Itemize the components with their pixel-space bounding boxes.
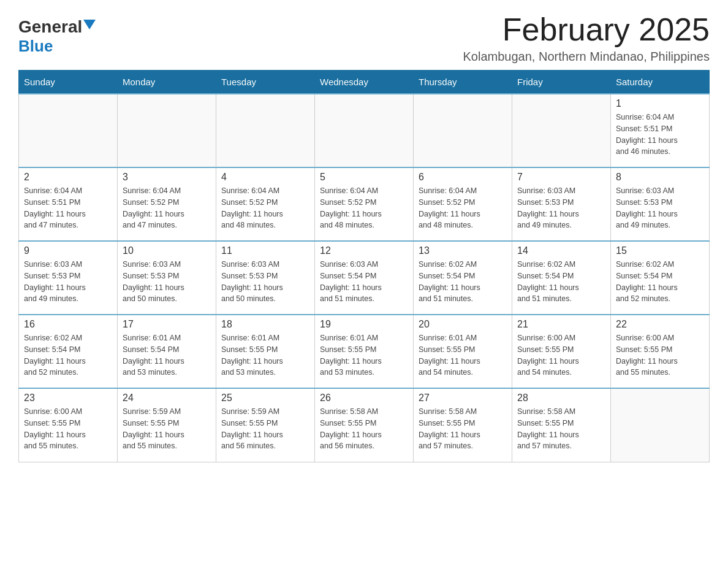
day-info: Sunrise: 6:02 AM Sunset: 5:54 PM Dayligh…	[419, 259, 507, 305]
calendar-cell	[512, 94, 611, 167]
day-number: 11	[221, 245, 309, 256]
day-number: 8	[616, 172, 704, 183]
calendar-cell: 6Sunrise: 6:04 AM Sunset: 5:52 PM Daylig…	[414, 167, 512, 241]
calendar-cell	[315, 94, 414, 167]
day-info: Sunrise: 5:59 AM Sunset: 5:55 PM Dayligh…	[123, 406, 211, 452]
day-number: 10	[123, 245, 211, 256]
day-number: 24	[123, 393, 211, 404]
day-number: 22	[616, 319, 704, 330]
calendar-cell: 1Sunrise: 6:04 AM Sunset: 5:51 PM Daylig…	[611, 94, 710, 167]
calendar-cell: 19Sunrise: 6:01 AM Sunset: 5:55 PM Dayli…	[315, 315, 414, 388]
day-info: Sunrise: 5:58 AM Sunset: 5:55 PM Dayligh…	[517, 406, 605, 452]
calendar-cell	[414, 94, 512, 167]
calendar-cell: 12Sunrise: 6:03 AM Sunset: 5:54 PM Dayli…	[315, 241, 414, 315]
month-title: February 2025	[463, 12, 710, 47]
day-number: 27	[419, 393, 507, 404]
calendar-cell: 18Sunrise: 6:01 AM Sunset: 5:55 PM Dayli…	[216, 315, 315, 388]
day-info: Sunrise: 6:02 AM Sunset: 5:54 PM Dayligh…	[517, 259, 605, 305]
calendar-header-tuesday: Tuesday	[216, 71, 315, 94]
day-number: 7	[517, 172, 605, 183]
calendar-header-thursday: Thursday	[414, 71, 512, 94]
day-info: Sunrise: 6:03 AM Sunset: 5:54 PM Dayligh…	[320, 259, 408, 305]
day-info: Sunrise: 6:01 AM Sunset: 5:54 PM Dayligh…	[123, 332, 211, 378]
day-number: 25	[221, 393, 309, 404]
logo-triangle-icon	[83, 20, 96, 29]
calendar-cell: 4Sunrise: 6:04 AM Sunset: 5:52 PM Daylig…	[216, 167, 315, 241]
day-info: Sunrise: 5:58 AM Sunset: 5:55 PM Dayligh…	[419, 406, 507, 452]
day-number: 2	[24, 172, 112, 183]
calendar-header-saturday: Saturday	[611, 71, 710, 94]
calendar-cell: 21Sunrise: 6:00 AM Sunset: 5:55 PM Dayli…	[512, 315, 611, 388]
calendar-header-sunday: Sunday	[19, 71, 118, 94]
day-info: Sunrise: 6:01 AM Sunset: 5:55 PM Dayligh…	[419, 332, 507, 378]
day-info: Sunrise: 6:04 AM Sunset: 5:52 PM Dayligh…	[320, 185, 408, 231]
calendar-cell: 28Sunrise: 5:58 AM Sunset: 5:55 PM Dayli…	[512, 388, 611, 462]
day-info: Sunrise: 6:00 AM Sunset: 5:55 PM Dayligh…	[616, 332, 704, 378]
logo: General Blue	[18, 12, 96, 56]
day-info: Sunrise: 5:58 AM Sunset: 5:55 PM Dayligh…	[320, 406, 408, 452]
day-info: Sunrise: 6:04 AM Sunset: 5:52 PM Dayligh…	[221, 185, 309, 231]
day-info: Sunrise: 6:03 AM Sunset: 5:53 PM Dayligh…	[123, 259, 211, 305]
calendar-cell	[118, 94, 216, 167]
day-info: Sunrise: 6:04 AM Sunset: 5:52 PM Dayligh…	[123, 185, 211, 231]
calendar-cell: 22Sunrise: 6:00 AM Sunset: 5:55 PM Dayli…	[611, 315, 710, 388]
day-number: 16	[24, 319, 112, 330]
calendar-cell: 10Sunrise: 6:03 AM Sunset: 5:53 PM Dayli…	[118, 241, 216, 315]
day-number: 4	[221, 172, 309, 183]
calendar-week-row: 2Sunrise: 6:04 AM Sunset: 5:51 PM Daylig…	[19, 167, 710, 241]
day-number: 23	[24, 393, 112, 404]
logo-general: General	[18, 18, 82, 36]
day-number: 17	[123, 319, 211, 330]
day-number: 19	[320, 319, 408, 330]
calendar-header-monday: Monday	[118, 71, 216, 94]
calendar-cell	[611, 388, 710, 462]
calendar-cell: 13Sunrise: 6:02 AM Sunset: 5:54 PM Dayli…	[414, 241, 512, 315]
calendar-week-row: 16Sunrise: 6:02 AM Sunset: 5:54 PM Dayli…	[19, 315, 710, 388]
calendar-header-wednesday: Wednesday	[315, 71, 414, 94]
calendar-cell: 8Sunrise: 6:03 AM Sunset: 5:53 PM Daylig…	[611, 167, 710, 241]
day-info: Sunrise: 6:01 AM Sunset: 5:55 PM Dayligh…	[320, 332, 408, 378]
calendar-cell: 16Sunrise: 6:02 AM Sunset: 5:54 PM Dayli…	[19, 315, 118, 388]
calendar-cell: 27Sunrise: 5:58 AM Sunset: 5:55 PM Dayli…	[414, 388, 512, 462]
day-number: 14	[517, 245, 605, 256]
day-info: Sunrise: 6:03 AM Sunset: 5:53 PM Dayligh…	[24, 259, 112, 305]
day-number: 28	[517, 393, 605, 404]
calendar-cell: 15Sunrise: 6:02 AM Sunset: 5:54 PM Dayli…	[611, 241, 710, 315]
day-info: Sunrise: 6:03 AM Sunset: 5:53 PM Dayligh…	[221, 259, 309, 305]
day-number: 9	[24, 245, 112, 256]
day-number: 6	[419, 172, 507, 183]
day-info: Sunrise: 6:04 AM Sunset: 5:52 PM Dayligh…	[419, 185, 507, 231]
calendar-cell: 25Sunrise: 5:59 AM Sunset: 5:55 PM Dayli…	[216, 388, 315, 462]
calendar-cell	[216, 94, 315, 167]
day-number: 12	[320, 245, 408, 256]
day-info: Sunrise: 6:02 AM Sunset: 5:54 PM Dayligh…	[24, 332, 112, 378]
calendar-cell: 7Sunrise: 6:03 AM Sunset: 5:53 PM Daylig…	[512, 167, 611, 241]
day-number: 26	[320, 393, 408, 404]
day-number: 1	[616, 98, 704, 109]
title-area: February 2025 Kolambugan, Northern Minda…	[463, 12, 710, 64]
day-info: Sunrise: 6:04 AM Sunset: 5:51 PM Dayligh…	[24, 185, 112, 231]
calendar-cell: 3Sunrise: 6:04 AM Sunset: 5:52 PM Daylig…	[118, 167, 216, 241]
calendar-header-row: SundayMondayTuesdayWednesdayThursdayFrid…	[19, 71, 710, 94]
calendar-week-row: 9Sunrise: 6:03 AM Sunset: 5:53 PM Daylig…	[19, 241, 710, 315]
day-info: Sunrise: 6:04 AM Sunset: 5:51 PM Dayligh…	[616, 112, 704, 158]
calendar-cell: 14Sunrise: 6:02 AM Sunset: 5:54 PM Dayli…	[512, 241, 611, 315]
calendar-cell: 5Sunrise: 6:04 AM Sunset: 5:52 PM Daylig…	[315, 167, 414, 241]
day-number: 3	[123, 172, 211, 183]
calendar-cell: 26Sunrise: 5:58 AM Sunset: 5:55 PM Dayli…	[315, 388, 414, 462]
day-info: Sunrise: 5:59 AM Sunset: 5:55 PM Dayligh…	[221, 406, 309, 452]
calendar-week-row: 1Sunrise: 6:04 AM Sunset: 5:51 PM Daylig…	[19, 94, 710, 167]
location-title: Kolambugan, Northern Mindanao, Philippin…	[463, 50, 710, 64]
day-info: Sunrise: 6:00 AM Sunset: 5:55 PM Dayligh…	[24, 406, 112, 452]
page-header: General Blue February 2025 Kolambugan, N…	[18, 12, 710, 64]
calendar-table: SundayMondayTuesdayWednesdayThursdayFrid…	[18, 70, 710, 462]
calendar-cell: 23Sunrise: 6:00 AM Sunset: 5:55 PM Dayli…	[19, 388, 118, 462]
day-info: Sunrise: 6:02 AM Sunset: 5:54 PM Dayligh…	[616, 259, 704, 305]
calendar-cell: 20Sunrise: 6:01 AM Sunset: 5:55 PM Dayli…	[414, 315, 512, 388]
calendar-cell: 2Sunrise: 6:04 AM Sunset: 5:51 PM Daylig…	[19, 167, 118, 241]
calendar-cell: 24Sunrise: 5:59 AM Sunset: 5:55 PM Dayli…	[118, 388, 216, 462]
day-number: 18	[221, 319, 309, 330]
logo-blue: Blue	[18, 37, 53, 56]
calendar-header-friday: Friday	[512, 71, 611, 94]
calendar-cell: 17Sunrise: 6:01 AM Sunset: 5:54 PM Dayli…	[118, 315, 216, 388]
